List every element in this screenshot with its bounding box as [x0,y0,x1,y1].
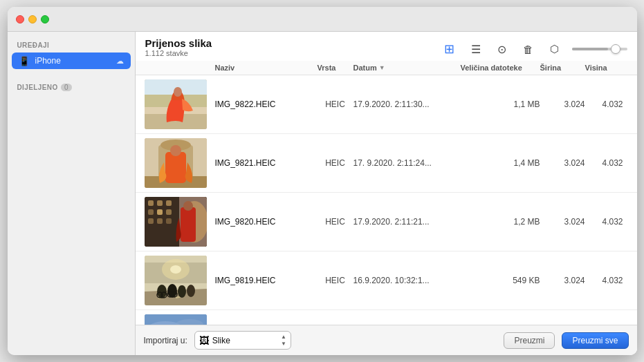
thumbnail-img [145,138,207,188]
cloud-icon: ☁ [116,57,124,66]
svg-rect-20 [148,209,154,215]
close-button[interactable] [16,15,24,23]
title-area: Prijenos slika 1.112 stavke [145,37,212,57]
thumbnail-img [145,314,207,325]
content-area: Prijenos slika 1.112 stavke ⊞ ☰ ⊙ 🗑 [136,32,637,355]
col-header-height[interactable]: Visina [585,64,630,72]
col-header-width[interactable]: Širina [540,64,585,72]
list-icon: ☰ [471,43,481,56]
file-height: 4.032 [585,99,630,109]
svg-rect-13 [165,152,186,183]
thumbnail-cell [142,135,215,191]
file-width: 3.024 [540,217,585,227]
delete-button[interactable]: 🗑 [519,40,537,58]
file-width: 3.024 [540,158,585,168]
destination-text: Slike [212,336,277,345]
file-name: IMG_9822.HEIC [215,99,318,109]
col-header-date[interactable]: Datum ▼ [353,64,461,72]
svg-point-40 [178,285,186,298]
thumbnail-cell [142,194,215,249]
shared-section-label: DIJELJENO [17,84,58,91]
content-header: Prijenos slika 1.112 stavke ⊞ ☰ ⊙ 🗑 [136,32,637,61]
folder-icon: 🖼 [199,335,209,346]
file-size: 1,2 MB [461,217,540,227]
rotate-button[interactable]: ⬡ [546,40,564,58]
grid-icon: ⊞ [444,41,454,57]
main-layout: UREĐAJI 📱 iPhone ☁ DIJELJENO 0 Prijenos … [8,32,637,355]
grid-view-button[interactable]: ⊞ [441,40,459,58]
file-date: 16.9.2020. 10:32:1... [353,276,461,285]
file-size: 549 KB [461,276,540,285]
maximize-button[interactable] [41,15,49,23]
table-row[interactable]: IMG_9821.HEIC HEIC 17. 9.2020. 2:11:24..… [136,134,637,193]
select-arrows-icon: ▲ ▼ [281,334,286,347]
shared-count: 0 [61,84,72,91]
svg-rect-19 [166,200,172,206]
svg-rect-25 [166,218,172,224]
file-width: 3.024 [540,99,585,109]
svg-rect-18 [157,200,163,206]
col-header-type[interactable]: Vrsta [318,64,353,72]
svg-rect-28 [181,207,196,242]
file-size: 1,1 MB [461,99,540,109]
file-type: HEIC [318,217,353,227]
file-height: 4.032 [585,276,630,285]
thumbnail-cell [142,77,215,132]
thumbnail-img [145,79,207,129]
thumbnail-cell [142,312,215,325]
sidebar: UREĐAJI 📱 iPhone ☁ DIJELJENO 0 [8,32,136,355]
thumbnail-img [145,197,207,247]
thumbnail-img [145,256,207,305]
sort-arrow-icon: ▼ [379,64,385,71]
svg-rect-22 [166,209,172,215]
toolbar: ⊞ ☰ ⊙ 🗑 ⬡ [441,37,627,61]
page-title: Prijenos slika [145,37,212,49]
file-name: IMG_9819.HEIC [215,276,318,285]
minimize-button[interactable] [28,15,37,23]
import-all-button[interactable]: Preuzmi sve [562,332,628,349]
iphone-icon: 📱 [19,55,30,66]
list-view-button[interactable]: ☰ [467,40,485,58]
shared-section: DIJELJENO 0 [8,79,135,94]
svg-point-42 [187,285,195,297]
share-icon: ⊙ [497,43,506,56]
destination-selector[interactable]: 🖼 Slike ▲ ▼ [194,331,291,350]
file-type: HEIC [318,158,353,168]
table-row[interactable]: IMG_9816.HEIC HEIC 16.9.2020. 10:32:0...… [136,310,637,325]
svg-point-14 [170,145,181,156]
title-bar [8,7,637,32]
delete-icon: 🗑 [523,44,533,55]
share-button[interactable]: ⊙ [493,40,511,58]
table-row[interactable]: IMG_9822.HEIC HEIC 17.9.2020. 2:11:30...… [136,75,637,134]
svg-rect-21 [157,209,163,215]
zoom-thumb[interactable] [611,44,620,54]
file-size: 1,4 MB [461,158,540,168]
import-label: Importiraj u: [144,336,187,345]
table-area: Naziv Vrsta Datum ▼ Veličina datoteke Ši… [136,61,637,325]
traffic-lights [16,15,49,23]
zoom-fill [572,48,608,50]
sidebar-item-iphone[interactable]: 📱 iPhone ☁ [12,53,131,69]
table-header: Naziv Vrsta Datum ▼ Veličina datoteke Ši… [136,61,637,75]
svg-rect-17 [148,200,154,206]
rotate-icon: ⬡ [550,43,559,55]
svg-point-7 [174,87,182,97]
file-height: 4.032 [585,158,630,168]
file-date: 17.9.2020. 2:11:30... [353,99,461,109]
main-window: UREĐAJI 📱 iPhone ☁ DIJELJENO 0 Prijenos … [8,7,637,355]
table-row[interactable]: IMG_9820.HEIC HEIC 17.9.2020. 2:11:21...… [136,193,637,251]
import-button[interactable]: Preuzmi [504,332,555,349]
svg-rect-24 [157,218,163,224]
file-date: 17.9.2020. 2:11:21... [353,217,461,227]
file-date: 17. 9.2020. 2:11:24... [353,158,461,168]
thumbnail-cell [142,253,215,308]
file-type: HEIC [318,99,353,109]
col-header-size[interactable]: Veličina datoteke [461,64,540,72]
file-width: 3.024 [540,276,585,285]
table-row[interactable]: IMG_9819.HEIC HEIC 16.9.2020. 10:32:1...… [136,251,637,310]
svg-point-29 [183,201,193,211]
col-header-name[interactable]: Naziv [215,64,318,72]
file-type: HEIC [318,276,353,285]
zoom-slider-track[interactable] [572,48,627,50]
svg-rect-23 [148,218,154,224]
